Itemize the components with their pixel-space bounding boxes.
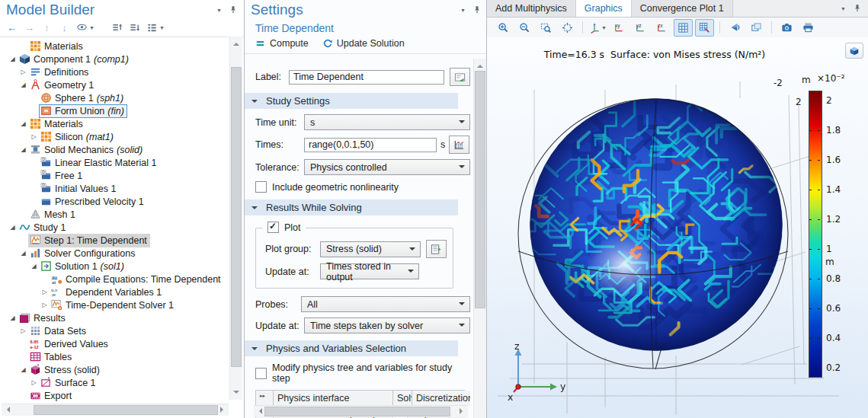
plot-checkbox[interactable] [267, 222, 279, 233]
zoom-in-button[interactable] [494, 19, 513, 37]
expand-all-button[interactable] [111, 21, 123, 34]
tree-expander-icon[interactable]: ◢ [18, 143, 28, 156]
rename-button[interactable] [450, 68, 470, 86]
pin-icon[interactable] [472, 5, 482, 14]
tree-item[interactable]: ▷Dependent Variables 1 [0, 286, 229, 298]
tree-item[interactable]: Export [0, 389, 229, 402]
nav-down-button[interactable]: ↓ [59, 21, 70, 34]
model-builder-hscroll-thumb[interactable] [34, 405, 218, 415]
tree-expander-icon[interactable]: ◢ [8, 221, 18, 234]
geometric-nonlinearity-checkbox[interactable] [255, 181, 267, 193]
settings-hscroll-thumb[interactable] [264, 407, 450, 416]
tree-expander-icon[interactable]: ▷ [29, 376, 39, 389]
modify-physics-checkbox[interactable] [255, 368, 267, 379]
scroll-down-arrow-icon[interactable] [233, 391, 239, 397]
tree-item[interactable]: ▷Surface 1 [0, 376, 229, 389]
plot-group-dropdown[interactable]: Stress (solid) [320, 241, 421, 257]
tree-item[interactable]: ▷Definitions [0, 65, 229, 78]
go-to-default-3d-view-button[interactable] [845, 43, 863, 59]
default-view-button[interactable]: ▼ [588, 19, 607, 37]
zoom-out-button[interactable] [515, 19, 534, 37]
tree-item[interactable]: ▷Data Sets [0, 324, 229, 337]
tree-item[interactable]: ◢Materials [0, 117, 229, 130]
tree-item[interactable]: Prescribed Velocity 1 [0, 195, 229, 208]
tree-item[interactable]: Free 1 [0, 169, 229, 182]
update-at-probes-dropdown[interactable]: Time steps taken by solver [304, 317, 470, 333]
print-button[interactable] [799, 19, 818, 37]
tree-item[interactable]: ◢Study 1 [0, 221, 229, 234]
tab-convergence-plot-1[interactable]: Convergence Plot 1 [632, 0, 733, 17]
tree-item[interactable]: Materials [0, 40, 229, 53]
tree-item[interactable]: Tables [0, 350, 229, 363]
panel-menu-caret-icon[interactable]: ▼ [460, 8, 466, 13]
scroll-left-arrow-icon[interactable] [256, 408, 262, 414]
grid-button[interactable] [674, 19, 693, 37]
time-unit-dropdown[interactable]: s [304, 114, 470, 130]
tree-expander-icon[interactable]: ◢ [18, 363, 28, 376]
plot-area[interactable]: z y x Time=16.3 s Surface: von Mises str… [487, 37, 868, 418]
section-header-physics-selection[interactable]: Physics and Variables Selection [245, 340, 458, 356]
tree-expander-icon[interactable]: ◢ [18, 78, 28, 91]
view-zx-button[interactable] [652, 19, 671, 37]
tree-item[interactable]: ▷Time-Dependent Solver 1 [0, 298, 229, 311]
settings-vscroll-thumb[interactable] [475, 71, 485, 308]
transparency-button[interactable] [725, 19, 745, 37]
section-header-study-settings[interactable]: Study Settings [245, 93, 458, 109]
tree-item[interactable]: ◢Stress (solid) [0, 363, 229, 376]
tree-item[interactable]: Form Union(fin) [0, 104, 229, 117]
scene-button[interactable] [747, 19, 766, 37]
model-builder-vscroll-thumb[interactable] [231, 67, 242, 367]
section-header-results-while-solving[interactable]: Results While Solving [245, 199, 458, 215]
snapshot-button[interactable] [777, 19, 796, 37]
tree-expander-icon[interactable]: ▷ [18, 65, 28, 78]
tab-graphics[interactable]: Graphics [576, 0, 632, 17]
tree-expander-icon[interactable]: ◢ [29, 260, 39, 273]
compute-button[interactable]: Compute [255, 38, 309, 49]
tree-item[interactable]: Compile Equations: Time Dependent [0, 273, 229, 286]
tree-expander-icon[interactable]: ◢ [8, 53, 18, 65]
view-yz-button[interactable] [631, 19, 650, 37]
tree-item[interactable]: Linear Elastic Material 1 [0, 156, 229, 169]
pin-icon[interactable] [229, 5, 238, 14]
scroll-right-arrow-icon[interactable] [460, 408, 466, 414]
nav-up-button[interactable]: ↑ [41, 21, 53, 34]
tree-expander-icon[interactable]: ◢ [18, 117, 28, 130]
scroll-left-arrow-icon[interactable] [4, 407, 10, 413]
tree-item[interactable]: Step 1: Time Dependent [0, 234, 229, 247]
tree-item[interactable]: ◢Solution 1(sol1) [0, 260, 229, 273]
view-xy-button[interactable] [610, 19, 629, 37]
tree-item[interactable]: Initial Values 1 [0, 182, 229, 195]
zoom-box-button[interactable] [536, 19, 556, 37]
tree-item[interactable]: ▷Silicon(mat1) [0, 130, 229, 143]
tree-item[interactable]: Mesh 1 [0, 208, 229, 221]
tree-item[interactable]: Derived Values [0, 337, 229, 350]
tree-item[interactable]: Sphere 1(sph1) [0, 91, 229, 104]
times-input[interactable]: range(0,0.1,50) [304, 138, 437, 152]
show-button[interactable]: ▼ [76, 21, 94, 34]
panel-menu-caret-icon[interactable]: ▼ [216, 8, 222, 13]
tree-item[interactable]: ◢Solid Mechanics(solid) [0, 143, 229, 156]
model-builder-hscrollbar[interactable] [2, 404, 229, 416]
view-plot-button[interactable] [426, 240, 447, 258]
settings-hscrollbar[interactable] [254, 405, 468, 417]
scroll-up-arrow-icon[interactable] [477, 62, 483, 68]
plot-settings-button[interactable] [695, 19, 714, 37]
pin-icon[interactable] [853, 4, 862, 13]
tree-item[interactable]: ◢Component 1(comp1) [0, 53, 229, 65]
tree-item[interactable]: ◢Geometry 1 [0, 78, 229, 91]
update-solution-button[interactable]: Update Solution [322, 38, 405, 49]
scroll-right-arrow-icon[interactable] [220, 407, 226, 413]
panel-menu-caret-icon[interactable]: ▼ [841, 6, 846, 11]
update-at-plot-dropdown[interactable]: Times stored in output [320, 263, 419, 279]
tree-expander-icon[interactable]: ▷ [40, 286, 50, 298]
tree-expander-icon[interactable]: ▷ [18, 324, 28, 337]
tree-item[interactable]: ◢Results [0, 311, 229, 324]
tree-expander-icon[interactable]: ◢ [8, 311, 18, 324]
label-input[interactable]: Time Dependent [289, 70, 444, 85]
range-button[interactable] [449, 136, 469, 154]
zoom-extents-button[interactable] [558, 19, 577, 37]
scroll-up-arrow-icon[interactable] [233, 40, 239, 46]
tolerance-dropdown[interactable]: Physics controlled [304, 159, 470, 175]
nav-back-button[interactable]: ← [6, 21, 18, 34]
tree-expander-icon[interactable]: ▷ [29, 130, 39, 143]
